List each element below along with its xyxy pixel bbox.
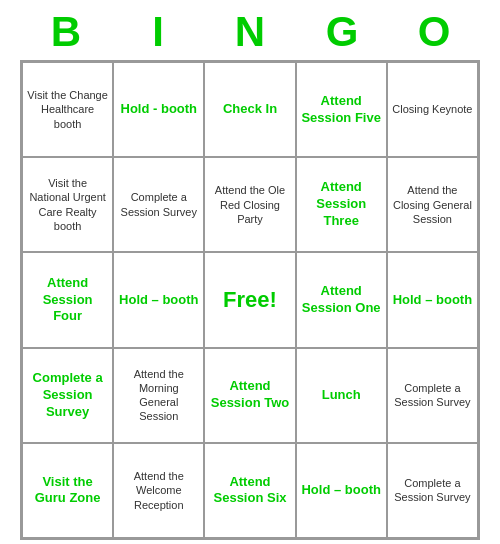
- bingo-letter-o: O: [398, 8, 470, 56]
- bingo-letter-i: I: [122, 8, 194, 56]
- bingo-cell-22: Attend Session Six: [204, 443, 295, 538]
- bingo-cell-9: Attend the Closing General Session: [387, 157, 478, 252]
- bingo-cell-17: Attend Session Two: [204, 348, 295, 443]
- bingo-cell-6: Complete a Session Survey: [113, 157, 204, 252]
- bingo-cell-15: Complete a Session Survey: [22, 348, 113, 443]
- bingo-cell-3: Attend Session Five: [296, 62, 387, 157]
- bingo-cell-8: Attend Session Three: [296, 157, 387, 252]
- bingo-cell-21: Attend the Welcome Reception: [113, 443, 204, 538]
- bingo-grid: Visit the Change Healthcare boothHold - …: [20, 60, 480, 540]
- bingo-letter-b: B: [30, 8, 102, 56]
- bingo-cell-18: Lunch: [296, 348, 387, 443]
- bingo-cell-12: Free!: [204, 252, 295, 347]
- bingo-cell-19: Complete a Session Survey: [387, 348, 478, 443]
- bingo-letter-g: G: [306, 8, 378, 56]
- bingo-cell-7: Attend the Ole Red Closing Party: [204, 157, 295, 252]
- bingo-cell-14: Hold – booth: [387, 252, 478, 347]
- bingo-cell-23: Hold – booth: [296, 443, 387, 538]
- bingo-cell-11: Hold – booth: [113, 252, 204, 347]
- bingo-cell-2: Check In: [204, 62, 295, 157]
- bingo-cell-0: Visit the Change Healthcare booth: [22, 62, 113, 157]
- bingo-cell-5: Visit the National Urgent Care Realty bo…: [22, 157, 113, 252]
- bingo-cell-13: Attend Session One: [296, 252, 387, 347]
- bingo-cell-20: Visit the Guru Zone: [22, 443, 113, 538]
- bingo-cell-1: Hold - booth: [113, 62, 204, 157]
- bingo-cell-16: Attend the Morning General Session: [113, 348, 204, 443]
- bingo-letter-n: N: [214, 8, 286, 56]
- bingo-cell-10: Attend Session Four: [22, 252, 113, 347]
- bingo-header: BINGO: [20, 0, 480, 60]
- bingo-cell-24: Complete a Session Survey: [387, 443, 478, 538]
- bingo-cell-4: Closing Keynote: [387, 62, 478, 157]
